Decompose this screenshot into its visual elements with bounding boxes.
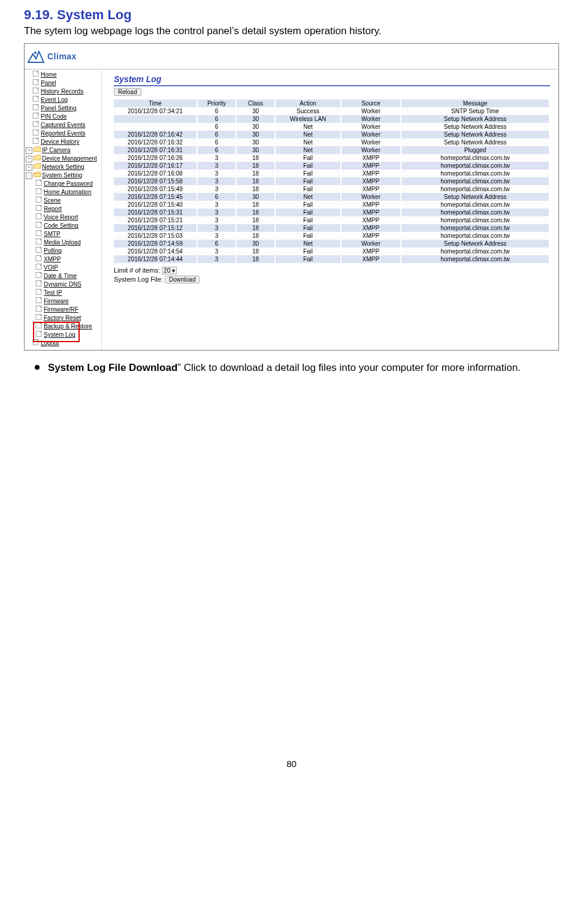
tree-item[interactable]: +IP Camera: [25, 146, 101, 155]
tree-item-label[interactable]: VOIP: [44, 264, 58, 272]
tree-item-label[interactable]: Captured Events: [41, 121, 86, 129]
tree-item[interactable]: SMTP: [25, 230, 101, 238]
tree-item[interactable]: Factory Reset: [25, 314, 101, 322]
tree-expander-icon[interactable]: +: [26, 164, 32, 171]
tree-item-label[interactable]: Logout: [41, 339, 59, 348]
tree-expander-icon[interactable]: +: [26, 147, 32, 154]
tree-item[interactable]: Captured Events: [25, 121, 101, 129]
tree-item[interactable]: +Network Setting: [25, 163, 101, 171]
tree-item-label[interactable]: Firmware/RF: [44, 306, 78, 314]
reload-button[interactable]: Reload: [114, 88, 141, 96]
tree-item[interactable]: Scene: [25, 197, 101, 205]
tree-item-label[interactable]: IP Camera: [42, 146, 71, 155]
table-cell: 6: [197, 193, 236, 201]
tree-item-label[interactable]: Report: [44, 205, 62, 213]
tree-item[interactable]: Voice Report: [25, 213, 101, 222]
tree-item-label[interactable]: Device Management: [42, 155, 97, 163]
table-cell: homeportal.climax.com.tw: [401, 232, 549, 240]
tree-item[interactable]: Event Log: [25, 96, 101, 104]
tree-item[interactable]: Date & Time: [25, 272, 101, 280]
tree-item-label[interactable]: Event Log: [41, 96, 68, 104]
tree-item[interactable]: Home Automation: [25, 188, 101, 197]
page-title: System Log: [114, 74, 550, 84]
tree-item[interactable]: +Device Management: [25, 155, 101, 163]
tree-item-label[interactable]: Voice Report: [44, 213, 78, 222]
table-cell: [114, 123, 197, 131]
table-cell: 2016/12/28 07:16:42: [114, 131, 197, 138]
tree-item[interactable]: Dynamic DNS: [25, 280, 101, 289]
download-button[interactable]: Download: [165, 276, 200, 283]
tree-item-label[interactable]: XMPP: [44, 255, 61, 264]
tree-item[interactable]: Test IP: [25, 289, 101, 297]
table-cell: 18: [236, 177, 275, 185]
tree-item[interactable]: System Log: [25, 331, 101, 339]
navigation-tree: HomePanelHistory RecordsEvent LogPanel S…: [25, 70, 102, 350]
tree-item-label[interactable]: Code Setting: [44, 222, 78, 230]
tree-item-label[interactable]: Change Password: [44, 180, 93, 188]
tree-item[interactable]: History Records: [25, 87, 101, 96]
table-cell: Fail: [275, 232, 341, 240]
tree-item[interactable]: Firmware: [25, 297, 101, 306]
tree-item[interactable]: Change Password: [25, 180, 101, 188]
tree-item[interactable]: VOIP: [25, 264, 101, 272]
tree-item[interactable]: PIN Code: [25, 113, 101, 121]
file-icon: [35, 322, 44, 331]
tree-item-label[interactable]: Device History: [41, 138, 79, 146]
tree-item-label[interactable]: Home Automation: [44, 188, 92, 197]
table-row: 2016/12/28 07:16:26318FailXMPPhomeportal…: [114, 154, 549, 162]
limit-select[interactable]: 20 ▾: [162, 267, 177, 274]
table-cell: 18: [236, 185, 275, 193]
table-cell: homeportal.climax.com.tw: [401, 185, 549, 193]
tree-item-label[interactable]: Firmware: [44, 297, 69, 306]
table-row: 2016/12/28 07:14:44318FailXMPPhomeportal…: [114, 255, 549, 263]
tree-item-label[interactable]: Polling: [44, 247, 62, 255]
tree-item-label[interactable]: Test IP: [44, 289, 62, 297]
table-cell: 6: [197, 240, 236, 247]
file-icon: [32, 87, 41, 96]
table-cell: XMPP: [341, 162, 401, 170]
tree-item-label[interactable]: Date & Time: [44, 272, 77, 280]
table-cell: 30: [236, 115, 275, 123]
tree-item[interactable]: Reported Events: [25, 129, 101, 138]
tree-item[interactable]: Code Setting: [25, 222, 101, 230]
tree-item-label[interactable]: Scene: [44, 197, 61, 205]
table-cell: Net: [275, 131, 341, 138]
tree-item[interactable]: Polling: [25, 247, 101, 255]
tree-item-label[interactable]: Network Setting: [42, 163, 84, 171]
tree-item[interactable]: Panel: [25, 79, 101, 87]
tree-item[interactable]: Logout: [25, 339, 101, 348]
tree-item[interactable]: Home: [25, 71, 101, 79]
tree-item-label[interactable]: System Setting: [42, 171, 82, 180]
table-row: 2016/12/28 07:15:45630NetWorkerSetup Net…: [114, 193, 549, 201]
tree-item-label[interactable]: SMTP: [44, 230, 61, 238]
table-cell: homeportal.climax.com.tw: [401, 209, 549, 216]
tree-item[interactable]: Report: [25, 205, 101, 213]
table-cell: Net: [275, 123, 341, 131]
tree-item-label[interactable]: Backup & Restore: [44, 322, 92, 331]
tree-item[interactable]: XMPP: [25, 255, 101, 264]
tree-item-label[interactable]: System Log: [44, 331, 75, 339]
tree-item-label[interactable]: PIN Code: [41, 113, 67, 121]
tree-item[interactable]: -System Setting: [25, 171, 101, 180]
tree-item[interactable]: Device History: [25, 138, 101, 146]
tree-item-label[interactable]: Media Upload: [44, 238, 81, 247]
bullet-dot-icon: [35, 365, 40, 370]
tree-item-label[interactable]: Dynamic DNS: [44, 280, 81, 289]
svg-point-0: [34, 52, 37, 54]
tree-item-label[interactable]: Panel Setting: [41, 104, 77, 113]
tree-item-label[interactable]: Panel: [41, 79, 56, 87]
tree-item-label[interactable]: Factory Reset: [44, 314, 81, 322]
tree-item[interactable]: Backup & Restore: [25, 322, 101, 331]
tree-item[interactable]: Firmware/RF: [25, 306, 101, 314]
tree-item-label[interactable]: History Records: [41, 87, 83, 96]
table-row: 2016/12/28 07:15:40318FailXMPPhomeportal…: [114, 201, 549, 209]
tree-item[interactable]: Media Upload: [25, 238, 101, 247]
table-cell: Fail: [275, 177, 341, 185]
tree-expander-icon[interactable]: +: [26, 156, 32, 162]
table-cell: Worker: [341, 123, 401, 131]
tree-item-label[interactable]: Reported Events: [41, 129, 86, 138]
tree-item-label[interactable]: Home: [41, 71, 57, 79]
table-cell: 18: [236, 201, 275, 209]
tree-item[interactable]: Panel Setting: [25, 104, 101, 113]
tree-expander-icon[interactable]: -: [26, 173, 32, 179]
